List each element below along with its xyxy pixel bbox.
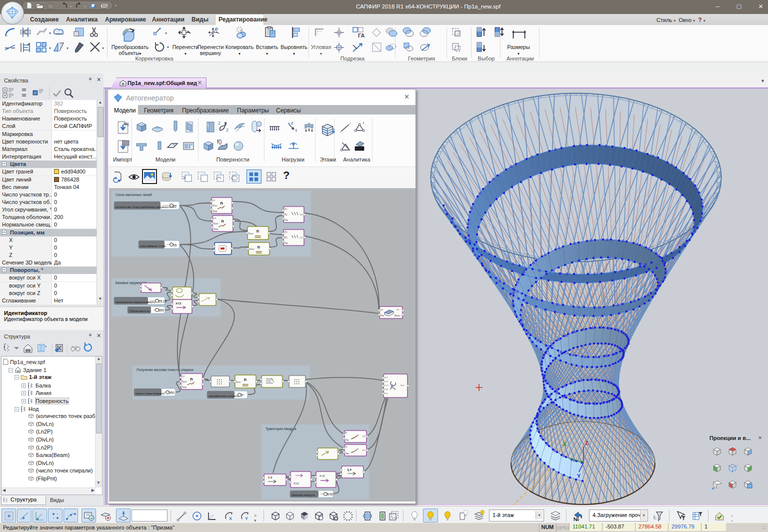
svg-text:ГА: ГА xyxy=(358,32,364,38)
svg-text:n: n xyxy=(221,218,224,224)
svg-text:Ln: Ln xyxy=(396,308,400,311)
svg-text:Cv1: Cv1 xyxy=(384,384,388,386)
svg-text:Num: Num xyxy=(236,381,241,384)
svg-text:Траектория пандуса: Траектория пандуса xyxy=(266,427,296,431)
svg-text:P1: P1 xyxy=(284,208,288,210)
svg-text:2: 2 xyxy=(218,120,220,126)
svg-text:n: n xyxy=(220,200,223,206)
svg-text:Ln1: Ln1 xyxy=(384,376,388,378)
svg-text:2: 2 xyxy=(226,128,228,132)
svg-text:направление спирали: направление спирали xyxy=(208,394,239,398)
svg-text:Num: Num xyxy=(250,248,254,250)
svg-text:19: 19 xyxy=(173,244,177,247)
svg-text:23.28: 23.28 xyxy=(158,300,167,303)
svg-text:Par: Par xyxy=(284,219,288,222)
svg-text:2: 2 xyxy=(291,121,294,126)
svg-text:Ln: Ln xyxy=(214,217,216,220)
svg-text:Par: Par xyxy=(284,242,288,244)
svg-text:Step: Step xyxy=(214,228,218,230)
svg-text:P2: P2 xyxy=(284,236,288,239)
svg-text:Step: Step xyxy=(182,386,187,388)
svg-text:Y: Y xyxy=(577,473,581,479)
svg-text:Ln: Ln xyxy=(380,308,384,311)
svg-text:100: 100 xyxy=(169,391,174,394)
svg-text:X: X xyxy=(229,516,232,521)
svg-text:№: № xyxy=(574,516,579,522)
svg-text:Получение массива точек по спи: Получение массива точек по спирали xyxy=(136,368,194,372)
svg-text:Par: Par xyxy=(384,392,388,394)
svg-text:X: X xyxy=(563,441,567,447)
svg-text:L+: L+ xyxy=(348,468,352,472)
svg-text:P1: P1 xyxy=(284,231,288,234)
svg-text:Par: Par xyxy=(346,439,350,442)
svg-text:Ln2: Ln2 xyxy=(384,380,388,382)
svg-text:n: n xyxy=(258,244,260,250)
svg-text:Ln: Ln xyxy=(300,214,303,216)
svg-text:Cv2: Cv2 xyxy=(384,388,388,390)
svg-text:0: 0 xyxy=(241,394,243,397)
svg-text:Сетка наклонных линий: Сетка наклонных линий xyxy=(116,193,152,196)
svg-text:1 2: 1 2 xyxy=(268,476,272,479)
svg-text:XYZ: XYZ xyxy=(320,474,325,478)
svg-text:Y: Y xyxy=(245,516,248,521)
svg-text:obj: obj xyxy=(124,122,128,126)
svg-text:Num: Num xyxy=(212,204,218,207)
svg-text:Num: Num xyxy=(214,222,218,225)
svg-text:P: P xyxy=(346,446,347,448)
svg-text:Ln: Ln xyxy=(300,236,303,239)
svg-text:Surf: Surf xyxy=(400,384,404,386)
svg-text:Num: Num xyxy=(248,232,254,235)
svg-text:n: n xyxy=(256,228,259,234)
svg-text:Общая высота: Общая высота xyxy=(129,310,150,312)
svg-text:Ln: Ln xyxy=(182,375,185,378)
svg-text:P: P xyxy=(346,432,347,434)
svg-text:n: n xyxy=(244,377,246,382)
svg-text:Ширина пандуса: Ширина пандуса xyxy=(292,494,315,496)
svg-text:100: 100 xyxy=(158,308,164,312)
svg-text:Step: Step xyxy=(212,210,218,212)
svg-text:5.00: 5.00 xyxy=(327,492,334,496)
svg-text:52: 52 xyxy=(173,204,177,208)
svg-text:Beam: Beam xyxy=(394,314,400,317)
svg-text:Ln: Ln xyxy=(362,435,366,438)
svg-text:Par: Par xyxy=(380,314,384,317)
svg-text:приращение радиуса вверху: приращение радиуса вверху xyxy=(116,300,156,304)
svg-text:Par: Par xyxy=(346,452,350,455)
svg-text:число точек спирали: число точек спирали xyxy=(136,392,164,395)
svg-text:n: n xyxy=(190,376,193,382)
svg-text:Num: Num xyxy=(182,380,187,383)
svg-text:P2: P2 xyxy=(284,214,288,216)
svg-text:Ln: Ln xyxy=(362,449,366,452)
svg-text:Z: Z xyxy=(585,440,588,446)
svg-text:1: 1 xyxy=(295,128,298,132)
svg-text:Ln: Ln xyxy=(212,199,216,202)
svg-text:XYZ: XYZ xyxy=(294,482,299,485)
svg-text:f(): f() xyxy=(217,139,222,144)
svg-text:XYZ: XYZ xyxy=(176,302,182,305)
svg-text:скручивание точек: скручивание точек xyxy=(140,244,166,248)
